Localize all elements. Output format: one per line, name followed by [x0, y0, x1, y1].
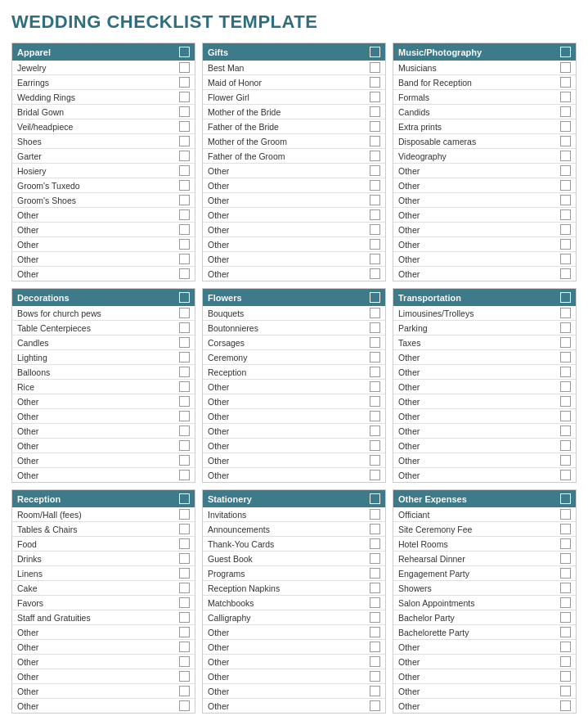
item-checkbox[interactable] [179, 686, 190, 696]
item-checkbox[interactable] [560, 440, 571, 451]
item-checkbox[interactable] [370, 686, 380, 696]
item-checkbox[interactable] [370, 612, 380, 623]
item-checkbox[interactable] [370, 195, 380, 205]
item-checkbox[interactable] [370, 121, 380, 132]
item-checkbox[interactable] [560, 583, 571, 593]
item-checkbox[interactable] [179, 524, 190, 534]
item-checkbox[interactable] [560, 151, 571, 161]
section-checkbox-stationery[interactable] [370, 493, 380, 504]
item-checkbox[interactable] [179, 411, 190, 421]
item-checkbox[interactable] [179, 268, 190, 279]
item-checkbox[interactable] [560, 121, 571, 132]
item-checkbox[interactable] [560, 352, 571, 362]
item-checkbox[interactable] [179, 470, 190, 480]
item-checkbox[interactable] [560, 538, 571, 549]
section-checkbox-reception[interactable] [179, 493, 190, 504]
item-checkbox[interactable] [179, 381, 190, 392]
item-checkbox[interactable] [370, 224, 380, 235]
item-checkbox[interactable] [560, 195, 571, 205]
item-checkbox[interactable] [560, 568, 571, 579]
item-checkbox[interactable] [179, 426, 190, 436]
item-checkbox[interactable] [179, 396, 190, 407]
item-checkbox[interactable] [179, 337, 190, 348]
item-checkbox[interactable] [370, 470, 380, 480]
item-checkbox[interactable] [560, 62, 571, 73]
item-checkbox[interactable] [370, 180, 380, 191]
item-checkbox[interactable] [370, 254, 380, 264]
item-checkbox[interactable] [179, 62, 190, 73]
item-checkbox[interactable] [179, 121, 190, 132]
item-checkbox[interactable] [560, 700, 571, 711]
item-checkbox[interactable] [370, 151, 380, 161]
item-checkbox[interactable] [179, 700, 190, 711]
item-checkbox[interactable] [370, 367, 380, 377]
item-checkbox[interactable] [560, 239, 571, 250]
item-checkbox[interactable] [560, 470, 571, 480]
item-checkbox[interactable] [370, 553, 380, 564]
item-checkbox[interactable] [560, 77, 571, 88]
item-checkbox[interactable] [370, 524, 380, 534]
item-checkbox[interactable] [179, 239, 190, 250]
item-checkbox[interactable] [370, 597, 380, 608]
item-checkbox[interactable] [179, 322, 190, 333]
item-checkbox[interactable] [560, 524, 571, 534]
item-checkbox[interactable] [179, 627, 190, 637]
item-checkbox[interactable] [179, 180, 190, 191]
item-checkbox[interactable] [370, 352, 380, 362]
item-checkbox[interactable] [560, 92, 571, 102]
item-checkbox[interactable] [560, 209, 571, 220]
item-checkbox[interactable] [560, 411, 571, 421]
item-checkbox[interactable] [370, 700, 380, 711]
item-checkbox[interactable] [560, 180, 571, 191]
item-checkbox[interactable] [370, 440, 380, 451]
item-checkbox[interactable] [179, 553, 190, 564]
item-checkbox[interactable] [560, 224, 571, 235]
item-checkbox[interactable] [560, 381, 571, 392]
item-checkbox[interactable] [370, 239, 380, 250]
item-checkbox[interactable] [560, 509, 571, 520]
section-checkbox-apparel[interactable] [179, 47, 190, 57]
item-checkbox[interactable] [370, 627, 380, 637]
item-checkbox[interactable] [179, 106, 190, 117]
item-checkbox[interactable] [179, 671, 190, 682]
section-checkbox-decorations[interactable] [179, 292, 190, 303]
item-checkbox[interactable] [179, 151, 190, 161]
item-checkbox[interactable] [370, 538, 380, 549]
item-checkbox[interactable] [560, 165, 571, 176]
item-checkbox[interactable] [370, 209, 380, 220]
item-checkbox[interactable] [560, 553, 571, 564]
item-checkbox[interactable] [560, 627, 571, 637]
item-checkbox[interactable] [179, 92, 190, 102]
item-checkbox[interactable] [370, 322, 380, 333]
item-checkbox[interactable] [179, 568, 190, 579]
item-checkbox[interactable] [370, 337, 380, 348]
item-checkbox[interactable] [370, 165, 380, 176]
item-checkbox[interactable] [560, 612, 571, 623]
item-checkbox[interactable] [370, 62, 380, 73]
item-checkbox[interactable] [560, 686, 571, 696]
item-checkbox[interactable] [370, 136, 380, 146]
item-checkbox[interactable] [179, 352, 190, 362]
item-checkbox[interactable] [560, 656, 571, 667]
item-checkbox[interactable] [370, 396, 380, 407]
item-checkbox[interactable] [179, 597, 190, 608]
item-checkbox[interactable] [179, 440, 190, 451]
item-checkbox[interactable] [179, 308, 190, 318]
item-checkbox[interactable] [370, 509, 380, 520]
item-checkbox[interactable] [179, 254, 190, 264]
item-checkbox[interactable] [179, 367, 190, 377]
item-checkbox[interactable] [370, 568, 380, 579]
item-checkbox[interactable] [370, 656, 380, 667]
item-checkbox[interactable] [560, 597, 571, 608]
item-checkbox[interactable] [560, 337, 571, 348]
item-checkbox[interactable] [179, 538, 190, 549]
item-checkbox[interactable] [179, 165, 190, 176]
item-checkbox[interactable] [370, 411, 380, 421]
item-checkbox[interactable] [179, 642, 190, 652]
item-checkbox[interactable] [179, 209, 190, 220]
item-checkbox[interactable] [560, 322, 571, 333]
section-checkbox-other-expenses[interactable] [560, 493, 571, 504]
item-checkbox[interactable] [370, 92, 380, 102]
item-checkbox[interactable] [179, 195, 190, 205]
item-checkbox[interactable] [179, 455, 190, 466]
